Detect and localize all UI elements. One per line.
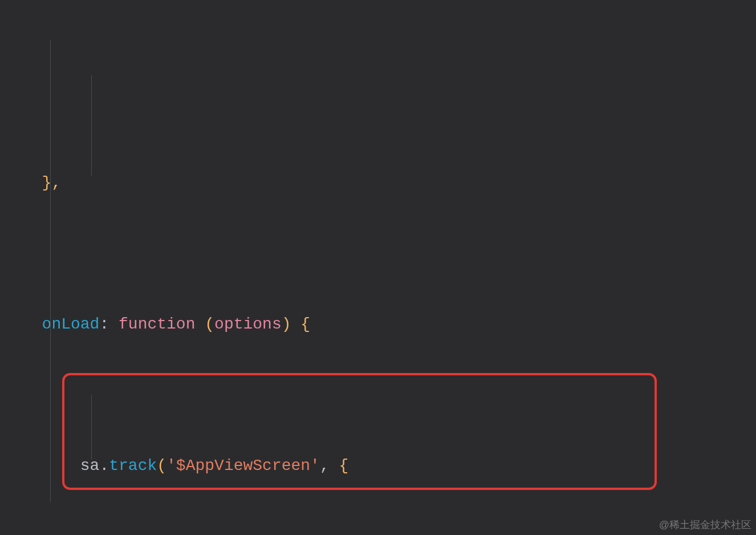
watermark-text: @稀土掘金技术社区	[659, 518, 751, 532]
token-paren: (	[205, 307, 214, 342]
token-punct: :	[99, 307, 119, 342]
token-identifier: sa.	[23, 448, 109, 484]
token-paren: (	[157, 448, 166, 484]
code-line: sa.track('$AppViewScreen', {	[23, 448, 756, 484]
token-keyword: function	[119, 307, 205, 342]
token-brace: {	[300, 307, 310, 342]
code-editor[interactable]: }, onLoad: function (options) { sa.track…	[23, 0, 756, 535]
token-paren: )	[282, 307, 301, 342]
token-brace: {	[339, 448, 349, 484]
token-punct: ,	[320, 448, 339, 484]
token-brace: },	[23, 165, 61, 201]
code-line: },	[23, 165, 756, 201]
token-param: options	[214, 307, 282, 342]
token-identifier: onLoad	[23, 307, 99, 342]
token-string: '$AppViewScreen'	[166, 448, 320, 484]
code-line: onLoad: function (options) {	[23, 307, 756, 342]
token-method: track	[109, 448, 157, 484]
